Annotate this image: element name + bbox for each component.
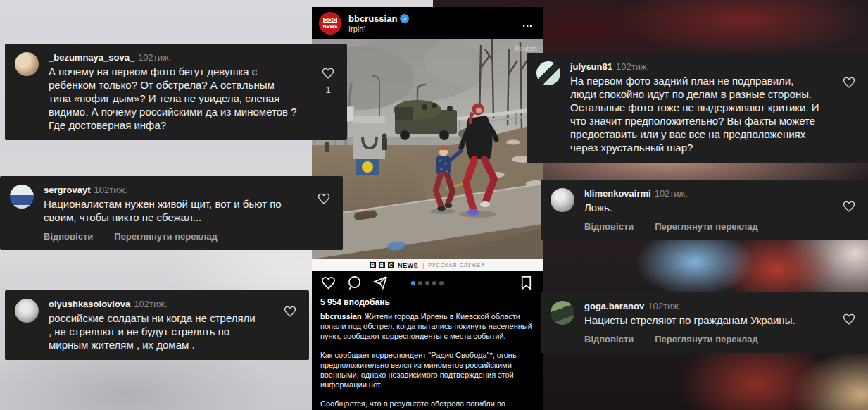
carousel-dot (425, 281, 429, 285)
comment-like-button[interactable] (841, 312, 857, 326)
comment-username[interactable]: sergrovayt (44, 185, 90, 195)
comment-text: Нацисты стреляют по гражданам Украины. (584, 313, 820, 327)
russian-service-label: РУССКАЯ СЛУЖБА (428, 263, 485, 268)
reply-button[interactable]: Відповісти (44, 231, 93, 242)
comment-card: sergrovayt102тиж. Националистам нужен жи… (0, 176, 343, 250)
post-action-bar (312, 271, 543, 294)
comment-like-button[interactable]: 1 (320, 66, 336, 95)
bbc-block: C (388, 262, 394, 268)
post-username[interactable]: bbcrussian (348, 13, 397, 24)
bookmark-icon[interactable] (518, 275, 534, 291)
reply-button[interactable]: Відповісти (584, 221, 634, 232)
verified-icon (400, 14, 409, 23)
comment-username[interactable]: olyushkasoloviova (49, 299, 130, 309)
like-icon[interactable] (320, 275, 336, 291)
post-header: BBC NEWS bbcrussian Irpin' ... (312, 7, 543, 39)
comment-card: goga.baranov102тиж. Нацисты стреляют по … (541, 292, 868, 353)
comment-time: 102тиж. (138, 52, 171, 63)
post-caption: 5 954 вподобань bbcrussianЖители города … (312, 294, 543, 410)
photo-watermark: Reuters (515, 45, 537, 52)
post-header-meta: bbcrussian Irpin' (348, 13, 520, 33)
comment-time: 102тиж. (616, 61, 649, 72)
comment-time: 102тиж. (655, 188, 688, 199)
avatar[interactable] (536, 61, 560, 85)
avatar[interactable] (15, 299, 39, 323)
translate-button[interactable]: Переглянути переклад (655, 334, 758, 344)
comment-text: Националистам нужен живой щит, вот и бью… (44, 197, 295, 224)
comment-card: klimenkovairmi102тиж. Ложь. Відповісти П… (541, 180, 868, 240)
divider: | (422, 262, 424, 269)
avatar[interactable] (15, 52, 39, 76)
comment-username[interactable]: goga.baranov (584, 301, 644, 311)
comment-text: А почему на первом фото бегут девушка с … (49, 65, 299, 132)
comment-time: 102тиж. (648, 301, 681, 311)
bbc-watermark-strip: B B C NEWS | РУССКАЯ СЛУЖБА (312, 259, 543, 271)
avatar[interactable] (10, 185, 34, 209)
comment-card: olyushkasoloviova102тиж. российские солд… (5, 290, 309, 360)
comment-text: Ложь. (584, 201, 820, 214)
caption-paragraph: bbcrussianЖители города Ирпень в Киевско… (320, 311, 534, 341)
caption-paragraph: Как сообщает корреспондент "Радио Свобод… (320, 350, 534, 390)
bbc-block: B (370, 262, 376, 268)
comment-icon[interactable] (346, 275, 363, 291)
comment-like-button[interactable] (841, 75, 857, 89)
translate-button[interactable]: Переглянути переклад (114, 231, 218, 242)
bbc-news-label: NEWS (398, 262, 418, 269)
carousel-dot (418, 281, 422, 285)
caption-username[interactable]: bbcrussian (320, 312, 362, 321)
reply-button[interactable]: Відповісти (584, 334, 634, 344)
avatar[interactable] (551, 188, 574, 212)
comment-like-button[interactable] (316, 192, 332, 206)
comment-like-button[interactable] (282, 304, 298, 318)
post-location[interactable]: Irpin' (348, 25, 520, 33)
translate-button[interactable]: Переглянути переклад (655, 221, 758, 232)
comment-time: 102тиж. (134, 299, 167, 309)
comment-username[interactable]: klimenkovairmi (584, 188, 651, 199)
caption-paragraph: Сообщается, что в результате обстрела по… (320, 399, 534, 410)
comment-card: julysun81102тиж. На первом фото задний п… (527, 53, 868, 163)
carousel-dot (439, 281, 444, 285)
carousel-dot (432, 281, 436, 285)
more-options-icon[interactable]: ... (520, 15, 536, 32)
comment-username[interactable]: julysun81 (570, 61, 612, 72)
bbc-block: B (379, 262, 385, 268)
comment-like-button[interactable] (841, 199, 857, 213)
carousel-dots (411, 281, 444, 285)
comment-time: 102тиж. (94, 185, 127, 195)
screenshot-root: BBC NEWS bbcrussian Irpin' ... (0, 0, 868, 410)
bbc-logo-text: BBC (323, 18, 336, 23)
avatar[interactable] (551, 301, 574, 325)
comment-username[interactable]: _bezumnaya_sova_ (49, 52, 134, 63)
comment-like-count: 1 (325, 85, 330, 95)
comment-card: _bezumnaya_sova_102тиж. А почему на перв… (5, 44, 347, 140)
avatar[interactable]: BBC NEWS (319, 12, 341, 35)
comment-text: российские солдаты ни когда не стреляли … (49, 311, 261, 352)
likes-count[interactable]: 5 954 вподобань (320, 297, 534, 307)
comment-text: На первом фото задний план не подправили… (570, 74, 820, 154)
carousel-dot (411, 281, 415, 285)
share-icon[interactable] (372, 275, 389, 291)
bbc-logo-text: NEWS (323, 24, 338, 29)
